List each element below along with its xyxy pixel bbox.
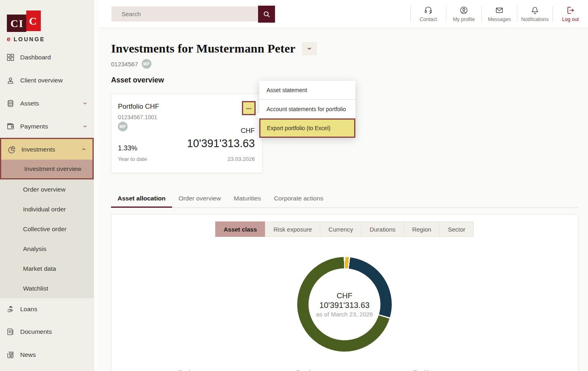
sidebar-subitem-label: Order overview (23, 186, 65, 193)
sidebar-subitem-order-overview[interactable]: Order overview (0, 179, 94, 199)
sidebar-item-documents[interactable]: Documents (0, 320, 94, 343)
messages-button[interactable]: Messages (482, 6, 517, 22)
loan-icon (6, 305, 15, 314)
tab-corporate-actions[interactable]: Corporate actions (267, 192, 330, 207)
coins-icon (6, 99, 15, 108)
donut-chart[interactable]: CHF 10'391'313.63 as of March 23, 2026 (297, 257, 392, 352)
menu-item-export-portfolio[interactable]: Export portfolio (to Excel) (259, 118, 355, 138)
topbar: Contact My profile Messages Notification… (99, 0, 588, 28)
main-area: Contact My profile Messages Notification… (99, 0, 588, 371)
portfolio-amount: 10'391'313.63 (187, 137, 255, 150)
brand-logo[interactable]: CI C e LOUNGE (0, 0, 94, 46)
sidebar-item-label: Dashboard (20, 54, 51, 61)
search-icon (262, 10, 271, 19)
segment-risk-exposure[interactable]: Risk exposure (265, 221, 320, 237)
action-label: Log out (562, 17, 579, 22)
sidebar-subitem-label: Market data (23, 265, 56, 272)
sidebar-item-label: News (20, 351, 36, 358)
notifications-button[interactable]: Notifications (517, 6, 552, 22)
sidebar-subitem-label: Watchlist (23, 285, 48, 292)
segment-region[interactable]: Region (403, 221, 440, 237)
cic-logo-right: C (26, 11, 41, 31)
cic-logo-left: CI (7, 15, 26, 32)
wallet-icon (6, 122, 15, 131)
elounge-e: e (7, 36, 11, 42)
tab-bar: Asset allocation Order overview Maturiti… (111, 192, 578, 208)
client-switcher-button[interactable] (302, 42, 317, 55)
sidebar-item-loans[interactable]: Loans (0, 298, 94, 320)
sidebar-item-label: Loans (20, 306, 37, 313)
sidebar-item-client-overview[interactable]: Client overview (0, 69, 94, 92)
investments-highlight-block: Investments Investment overview (0, 138, 94, 179)
chevron-up-icon (81, 146, 87, 152)
elounge-wordmark: e LOUNGE (7, 36, 94, 43)
menu-item-account-statements[interactable]: Account statements for portfolio (259, 100, 355, 118)
chevron-down-icon (82, 123, 88, 129)
segment-currency[interactable]: Currency (320, 221, 361, 237)
sidebar-item-payments[interactable]: Payments (0, 115, 94, 138)
sidebar-nav: Dashboard Client overview Assets Payment… (0, 46, 94, 366)
client-avatar: MP (142, 59, 151, 69)
action-label: Notifications (521, 17, 548, 22)
portfolio-menu-button[interactable]: ... (242, 101, 256, 115)
dashboard-icon (6, 53, 15, 62)
search-button[interactable] (258, 6, 275, 23)
topbar-actions: Contact My profile Messages Notification… (410, 0, 588, 28)
sidebar-subitem-market-data[interactable]: Market data (0, 259, 94, 278)
sidebar-item-label: Payments (20, 123, 48, 130)
sidebar-item-dashboard[interactable]: Dashboard (0, 46, 94, 69)
portfolio-currency: CHF (241, 127, 255, 135)
asset-allocation-card: Asset class Risk exposure Currency Durat… (111, 214, 578, 371)
my-profile-button[interactable]: My profile (446, 6, 481, 22)
tab-maturities[interactable]: Maturities (227, 192, 267, 207)
segment-sector[interactable]: Sector (439, 221, 474, 237)
client-icon (6, 76, 15, 85)
sidebar-item-label: Assets (20, 100, 39, 107)
elounge-rest: LOUNGE (14, 36, 45, 42)
tab-asset-allocation[interactable]: Asset allocation (111, 192, 172, 207)
sidebar-item-investments[interactable]: Investments (1, 139, 92, 160)
sidebar-subitem-watchlist[interactable]: Watchlist (0, 278, 94, 298)
portfolio-performance-label: Year to date (118, 156, 147, 162)
action-label: Contact (420, 17, 437, 22)
segment-asset-class[interactable]: Asset class (215, 221, 266, 237)
segment-durations[interactable]: Durations (361, 221, 404, 237)
donut-center-amount: 10'391'313.63 (319, 301, 370, 310)
chevron-down-icon (306, 45, 313, 52)
profile-icon (459, 6, 468, 15)
document-icon (6, 327, 15, 336)
sidebar-subitem-investment-overview[interactable]: Investment overview (1, 160, 92, 178)
sidebar-item-label: Documents (20, 328, 52, 335)
action-label: Messages (488, 17, 511, 22)
sidebar-subitem-label: Investment overview (24, 165, 81, 173)
sidebar-subitem-label: Individual order (23, 206, 66, 213)
action-label: My profile (453, 17, 475, 22)
sidebar-subitem-label: Analysis (23, 245, 46, 253)
legend-label-equities: Equities (413, 369, 435, 371)
portfolio-card[interactable]: Portfolio CHF 01234567.1001 MP ... CHF 1… (111, 94, 262, 173)
sidebar-item-assets[interactable]: Assets (0, 92, 94, 115)
cic-logo: CI C (7, 11, 94, 32)
log-out-button[interactable]: Log out (553, 6, 588, 22)
contact-button[interactable]: Contact (411, 6, 446, 22)
donut-center-asof: as of March 23, 2026 (316, 311, 373, 318)
app-window: CI C e LOUNGE Dashboard Client overview … (0, 0, 588, 371)
envelope-icon (495, 6, 504, 15)
search-input[interactable] (111, 6, 258, 21)
portfolio-performance: 1.33% (118, 144, 137, 152)
sidebar-subitem-analysis[interactable]: Analysis (0, 239, 94, 259)
menu-item-asset-statement[interactable]: Asset statement (259, 81, 355, 99)
logout-icon (566, 6, 575, 15)
sidebar-item-news[interactable]: News (0, 343, 94, 366)
news-icon (6, 350, 15, 359)
portfolio-account-number: 01234567.1001 (118, 114, 157, 120)
sidebar-scrollbar[interactable] (94, 0, 99, 371)
client-info-row: 01234567 MP (111, 59, 151, 69)
legend-label-bonds: Bonds (296, 369, 314, 371)
tab-order-overview[interactable]: Order overview (172, 192, 227, 207)
sidebar: CI C e LOUNGE Dashboard Client overview … (0, 0, 94, 371)
section-title: Asset overview (111, 76, 164, 84)
sidebar-subitem-collective-order[interactable]: Collective order (0, 219, 94, 239)
sidebar-subitem-individual-order[interactable]: Individual order (0, 199, 94, 219)
page-title: Investments for Mustermann Peter (111, 42, 296, 55)
